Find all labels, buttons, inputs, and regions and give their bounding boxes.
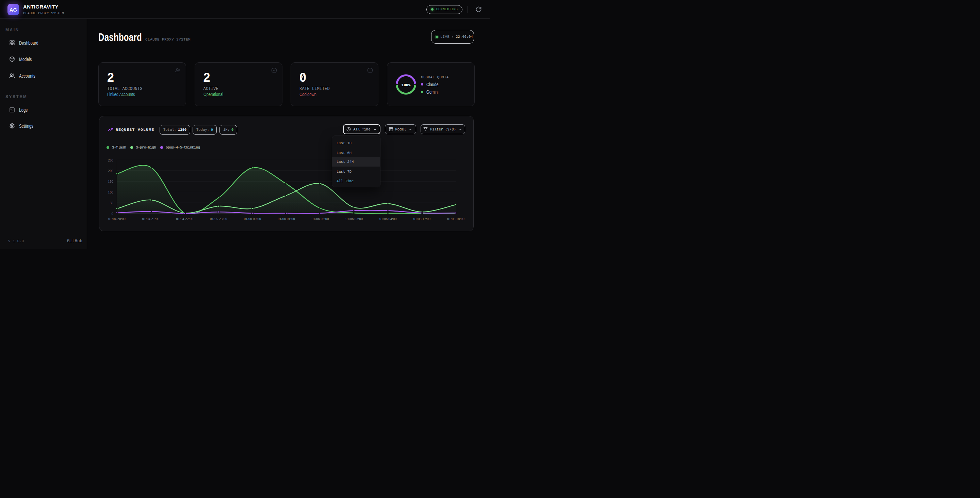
svg-text:01/06 01:00: 01/06 01:00 [278,217,295,221]
svg-text:200: 200 [108,169,113,173]
svg-text:01/06 02:00: 01/06 02:00 [312,217,329,221]
svg-text:100: 100 [108,190,113,194]
svg-text:50: 50 [110,201,114,205]
svg-text:100%: 100% [401,83,410,87]
svg-text:0: 0 [111,212,113,215]
svg-text:150: 150 [108,179,113,183]
svg-text:01/08 17:00: 01/08 17:00 [414,217,430,221]
svg-text:01/04 20:00: 01/04 20:00 [108,217,125,221]
svg-text:01/06 00:00: 01/06 00:00 [244,217,261,221]
svg-text:01/06 03:00: 01/06 03:00 [345,217,363,221]
svg-text:250: 250 [108,158,113,162]
svg-text:01/04 22:00: 01/04 22:00 [176,217,193,221]
svg-text:01/06 04:00: 01/06 04:00 [379,217,396,221]
svg-text:01/04 21:00: 01/04 21:00 [142,217,159,221]
svg-text:01/08 18:00: 01/08 18:00 [447,217,464,221]
svg-text:01/05 23:00: 01/05 23:00 [210,217,227,221]
